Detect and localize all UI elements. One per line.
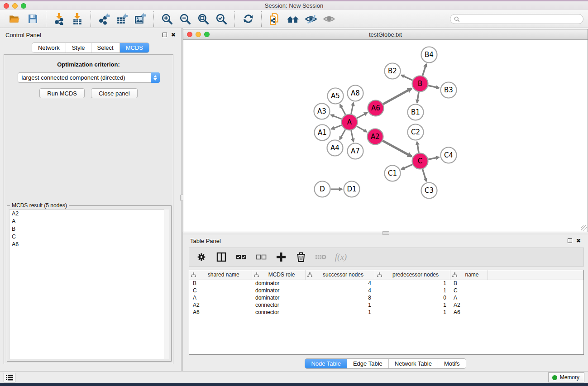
edge-A-A1[interactable] — [331, 125, 342, 129]
node-A2[interactable]: A2 — [368, 129, 383, 145]
table-row[interactable]: Adominator80A — [189, 294, 583, 301]
cell[interactable]: dominator — [252, 294, 305, 301]
edge-A-A2[interactable] — [357, 126, 367, 132]
cell[interactable]: B — [450, 280, 488, 287]
table-row[interactable]: A2connector11A2 — [189, 301, 583, 309]
edge-C-C1[interactable] — [402, 164, 412, 169]
refresh-view-icon[interactable] — [241, 12, 255, 26]
task-history-button[interactable] — [4, 373, 15, 382]
show-graphics-details-icon[interactable] — [322, 12, 336, 26]
cell[interactable]: 1 — [305, 309, 375, 316]
edge-B-B3[interactable] — [428, 86, 439, 88]
cell[interactable]: 4 — [305, 280, 375, 287]
tab-network-table[interactable]: Network Table — [388, 359, 438, 368]
toolbar-search-field[interactable] — [450, 14, 583, 24]
node-B[interactable]: B — [412, 76, 428, 92]
cell[interactable]: connector — [252, 301, 305, 309]
cell[interactable]: 1 — [375, 301, 450, 309]
edge-C-C4[interactable] — [428, 157, 439, 159]
cell[interactable]: 1 — [375, 309, 450, 316]
node-C2[interactable]: C2 — [408, 124, 424, 140]
cell[interactable]: 1 — [375, 287, 450, 294]
result-item[interactable]: C — [10, 233, 169, 241]
maximize-window-button[interactable] — [21, 3, 26, 9]
cell[interactable]: dominator — [252, 280, 305, 287]
edge-A6-B[interactable] — [383, 88, 411, 104]
tab-network[interactable]: Network — [32, 43, 66, 52]
column-header-MCDS-role[interactable]: MCDS role — [252, 270, 305, 280]
edge-B-B1[interactable] — [417, 92, 419, 102]
edge-A-A5[interactable] — [340, 105, 345, 115]
result-item[interactable]: A — [10, 218, 169, 225]
network-canvas[interactable]: B4B2BB3A8A5A6A3B1AC2A1A2A4A7C4CC1C3DD1 — [183, 40, 588, 232]
node-A7[interactable]: A7 — [348, 143, 363, 159]
network-minimize-button[interactable] — [196, 32, 201, 37]
run-mcds-button[interactable]: Run MCDS — [39, 88, 85, 98]
cell[interactable]: A — [450, 294, 488, 301]
deselect-all-checkboxes-icon[interactable] — [253, 249, 269, 265]
import-table-icon[interactable] — [71, 12, 84, 26]
cell[interactable]: A2 — [189, 301, 252, 309]
horizontal-splitter-grip[interactable] — [382, 231, 389, 235]
column-header-name[interactable]: name — [450, 270, 488, 280]
edge-A2-C[interactable] — [382, 141, 411, 157]
node-B1[interactable]: B1 — [408, 105, 424, 120]
edge-B-B2[interactable] — [402, 75, 413, 80]
export-table-icon[interactable] — [115, 12, 129, 26]
zoom-fit-icon[interactable] — [196, 12, 210, 26]
cell[interactable]: 0 — [375, 294, 450, 301]
edge-A-A7[interactable] — [351, 130, 354, 142]
cell[interactable]: dominator — [252, 287, 305, 294]
node-A6[interactable]: A6 — [368, 100, 384, 116]
edge-C-C3[interactable] — [422, 169, 426, 181]
table-row[interactable]: Bdominator41B — [189, 280, 583, 287]
node-A5[interactable]: A5 — [328, 88, 344, 104]
cell[interactable]: B — [189, 280, 252, 287]
table-options-icon[interactable] — [194, 249, 209, 265]
cell[interactable]: C — [450, 287, 488, 294]
function-builder-icon[interactable]: f(x) — [333, 249, 349, 265]
node-A8[interactable]: A8 — [348, 86, 363, 101]
search-input[interactable] — [462, 16, 583, 22]
open-folder-icon[interactable] — [8, 12, 21, 26]
zoom-out-icon[interactable] — [178, 12, 192, 26]
cell[interactable]: C — [189, 287, 252, 294]
minimize-window-button[interactable] — [12, 3, 18, 9]
edge-A-A6[interactable] — [357, 113, 367, 118]
close-table-panel-icon[interactable]: ✖ — [576, 238, 581, 243]
add-column-icon[interactable] — [273, 249, 289, 265]
node-B3[interactable]: B3 — [441, 82, 457, 98]
edge-A-A4[interactable] — [340, 129, 345, 139]
zoom-selected-icon[interactable] — [215, 12, 228, 26]
node-C1[interactable]: C1 — [385, 166, 401, 181]
hide-graphics-details-icon[interactable] — [304, 12, 318, 26]
edge-B-B4[interactable] — [423, 64, 426, 76]
memory-button[interactable]: Memory — [548, 372, 584, 382]
network-window-titlebar[interactable]: testGlobe.txt — [183, 29, 588, 40]
node-A[interactable]: A — [342, 114, 358, 130]
node-D[interactable]: D — [315, 181, 330, 197]
tab-motifs[interactable]: Motifs — [438, 359, 466, 368]
save-session-icon[interactable] — [26, 12, 39, 26]
node-B4[interactable]: B4 — [421, 47, 437, 63]
table-row[interactable]: Cdominator41C — [189, 287, 583, 294]
result-item[interactable]: B — [10, 225, 169, 233]
node-C3[interactable]: C3 — [421, 183, 437, 199]
node-C[interactable]: C — [412, 153, 428, 169]
edge-A-A8[interactable] — [351, 103, 354, 114]
criterion-dropdown[interactable]: largest connected component (directed) — [18, 72, 160, 83]
edge-C-C2[interactable] — [417, 142, 419, 152]
table-row[interactable]: A6connector11A6 — [189, 309, 583, 316]
delete-table-icon[interactable] — [313, 249, 329, 265]
result-item[interactable]: A6 — [10, 241, 169, 248]
cell[interactable]: A — [189, 294, 252, 301]
network-maximize-button[interactable] — [204, 32, 210, 37]
close-window-button[interactable] — [4, 3, 9, 9]
column-header-predecessor-nodes[interactable]: predecessor nodes — [375, 270, 450, 280]
export-image-icon[interactable] — [134, 12, 147, 26]
node-A1[interactable]: A1 — [315, 125, 330, 141]
float-panel-icon[interactable] — [163, 33, 167, 37]
result-item[interactable]: A2 — [10, 210, 169, 218]
node-A3[interactable]: A3 — [314, 104, 330, 119]
node-C4[interactable]: C4 — [441, 148, 457, 163]
